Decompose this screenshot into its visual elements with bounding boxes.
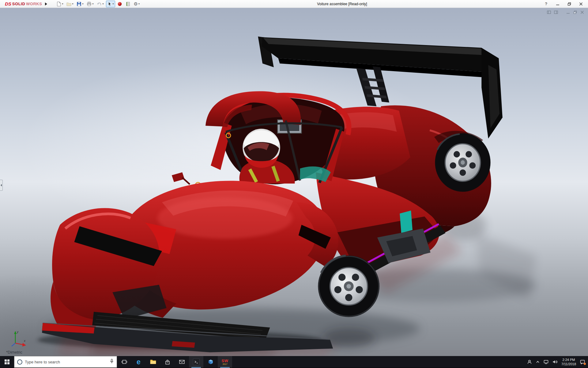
select-cursor-icon: [107, 2, 112, 6]
people-icon[interactable]: [527, 360, 532, 364]
open-folder-icon: [66, 2, 71, 6]
restore-button[interactable]: [567, 1, 572, 7]
child-restore-icon[interactable]: [573, 10, 577, 14]
system-tray: 2:24 PM 7/11/2018: [527, 356, 588, 368]
notification-badge: [584, 363, 586, 365]
cortana-icon[interactable]: [17, 359, 22, 365]
save-icon: [77, 2, 81, 6]
command-prompt-button[interactable]: [189, 356, 203, 368]
brand-name-works: WORKS: [26, 2, 42, 6]
speaker-icon[interactable]: [552, 360, 557, 364]
store-button[interactable]: [160, 356, 175, 368]
solidworks-app-icon: SW 2017: [222, 359, 228, 365]
notebook-icon: [126, 2, 130, 6]
taskbar-clock[interactable]: 2:24 PM 7/11/2018: [561, 358, 576, 366]
taskbar-apps: e SW 2017: [117, 356, 232, 368]
solidworks-logo: DS SOLIDWORKS: [5, 2, 42, 6]
child-close-icon[interactable]: [580, 10, 584, 14]
hidden-icons-chevron[interactable]: [536, 360, 540, 363]
undo-icon: [97, 2, 102, 6]
print-icon: [87, 2, 92, 6]
solidworks-app-button[interactable]: SW 2017: [218, 356, 232, 368]
solidworks-window: DS SOLIDWORKS ▾ ▾ ▾ ▾ ▾: [0, 0, 588, 368]
minimize-icon: [556, 2, 560, 6]
pane-left-icon[interactable]: [547, 10, 551, 14]
folder-icon: [150, 359, 156, 364]
document-title: Voiture assemblee [Read-only]: [141, 2, 543, 6]
open-button[interactable]: ▾: [65, 1, 74, 7]
minimize-button[interactable]: [555, 1, 560, 7]
close-icon: [579, 2, 583, 6]
orientation-triad: x y: [8, 330, 28, 348]
windows-taskbar: e SW 2017: [0, 356, 588, 368]
document-window-controls: [547, 10, 584, 14]
nose-and-fenders: [51, 181, 338, 330]
close-button[interactable]: [578, 1, 584, 7]
select-tool-button[interactable]: ▾: [106, 1, 115, 7]
command-prompt-icon: [193, 358, 200, 365]
edge-icon: e: [137, 358, 141, 366]
chevron-left-icon: [1, 184, 2, 186]
triad-x-label: x: [24, 339, 26, 343]
new-document-button[interactable]: ▾: [55, 1, 64, 7]
windows-logo-icon: [5, 359, 9, 364]
save-button[interactable]: ▾: [75, 1, 85, 7]
window-controls: ?: [543, 1, 584, 7]
view-orientation-label: *Dimetric: [6, 350, 22, 355]
toolbar-flyout-arrow-icon[interactable]: [45, 2, 47, 6]
new-document-icon: [56, 2, 61, 6]
mail-icon: [179, 360, 185, 364]
edge-button[interactable]: e: [131, 356, 146, 368]
featuremanager-collapsed-tab[interactable]: [0, 180, 3, 191]
notebook-button[interactable]: [124, 1, 132, 7]
store-bag-icon: [165, 359, 170, 365]
child-minimize-icon[interactable]: [566, 10, 570, 14]
network-icon[interactable]: [544, 360, 548, 364]
clock-date: 7/11/2018: [561, 362, 576, 366]
options-button[interactable]: ⚙ ▾: [133, 1, 141, 7]
task-view-icon: [122, 359, 127, 364]
cube-app-button[interactable]: [203, 356, 218, 368]
appearance-sphere-icon: [117, 2, 122, 6]
mail-button[interactable]: [175, 356, 189, 368]
quick-access-toolbar: ▾ ▾ ▾ ▾ ▾ ▾: [55, 1, 141, 7]
undo-button[interactable]: ▾: [96, 1, 105, 7]
brand-name-solid: SOLID: [12, 2, 25, 6]
search-input[interactable]: [25, 360, 107, 364]
task-view-button[interactable]: [117, 356, 131, 368]
start-button[interactable]: [0, 356, 14, 368]
microphone-icon[interactable]: [110, 359, 114, 365]
ds-logo-icon: DS: [5, 2, 11, 6]
clock-time: 2:24 PM: [561, 358, 576, 362]
titlebar: DS SOLIDWORKS ▾ ▾ ▾ ▾ ▾: [0, 0, 588, 8]
help-button[interactable]: ?: [543, 1, 549, 7]
blue-cube-icon: [208, 359, 213, 365]
car-model-render: [0, 8, 588, 356]
gear-icon: ⚙: [134, 2, 138, 6]
pane-right-icon[interactable]: [554, 10, 558, 14]
file-explorer-button[interactable]: [146, 356, 160, 368]
appearance-button[interactable]: [116, 1, 123, 7]
taskbar-search: [14, 356, 117, 368]
graphics-viewport[interactable]: x y *Dimetric: [0, 8, 588, 356]
action-center-icon[interactable]: [580, 360, 585, 364]
triad-y-label: y: [17, 330, 19, 334]
restore-icon: [567, 2, 571, 6]
print-button[interactable]: ▾: [85, 1, 95, 7]
